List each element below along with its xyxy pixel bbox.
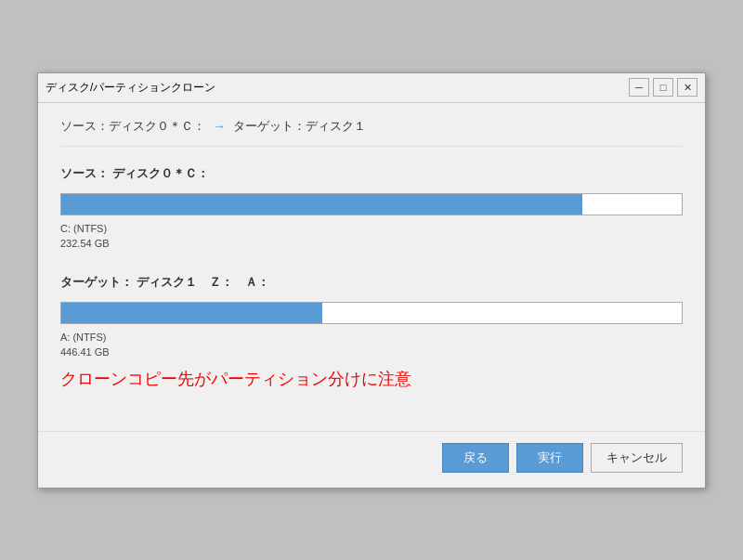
target-disk-bar-container [60, 302, 683, 324]
source-disk-info: C: (NTFS) 232.54 GB [60, 221, 683, 252]
minimize-button[interactable]: ─ [629, 78, 649, 97]
cancel-button[interactable]: キャンセル [591, 443, 683, 473]
breadcrumb-target: ターゲット：ディスク１ [233, 118, 366, 135]
main-window: ディスク/パーティションクローン ─ □ ✕ ソース：ディスク０＊Ｃ： → ター… [37, 72, 706, 488]
window-title: ディスク/パーティションクローン [46, 80, 215, 96]
target-section-label: ターゲット： ディスク１ Ｚ： Ａ： [60, 274, 683, 291]
maximize-button[interactable]: □ [653, 78, 673, 97]
source-disk-bar-container [60, 193, 683, 215]
source-disk-bar-fill [61, 194, 582, 215]
target-section: ターゲット： ディスク１ Ｚ： Ａ： A: (NTFS) 446.41 GB ク… [60, 274, 683, 390]
target-disk-info: A: (NTFS) 446.41 GB [60, 330, 683, 360]
breadcrumb-arrow: → [213, 119, 226, 134]
title-bar: ディスク/パーティションクローン ─ □ ✕ [38, 73, 705, 103]
source-section: ソース： ディスク０＊Ｃ： C: (NTFS) 232.54 GB [60, 165, 683, 252]
breadcrumb: ソース：ディスク０＊Ｃ： → ターゲット：ディスク１ [60, 118, 683, 147]
source-section-label: ソース： ディスク０＊Ｃ： [60, 165, 683, 182]
footer: 戻る 実行 キャンセル [38, 431, 705, 488]
back-button[interactable]: 戻る [442, 443, 509, 473]
close-button[interactable]: ✕ [677, 78, 697, 97]
breadcrumb-source: ソース：ディスク０＊Ｃ： [60, 118, 205, 135]
execute-button[interactable]: 実行 [516, 443, 583, 473]
target-disk-bar-fill [61, 303, 322, 323]
window-body: ソース：ディスク０＊Ｃ： → ターゲット：ディスク１ ソース： ディスク０＊Ｃ：… [38, 103, 705, 431]
window-controls: ─ □ ✕ [629, 78, 697, 97]
annotation-text: クローンコピー先がパーティション分けに注意 [60, 368, 683, 390]
